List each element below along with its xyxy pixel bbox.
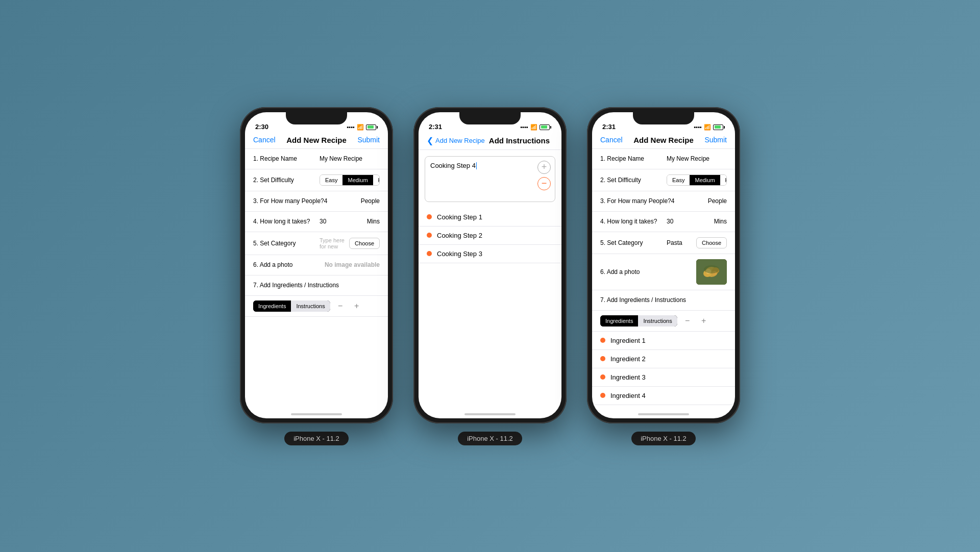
toggle-row-3: Ingredients Instructions − + (592, 311, 735, 332)
ingredients-header-row-3: 7. Add Ingredients / Instructions (592, 290, 735, 311)
people-label-3: 3. For How many People? (600, 197, 671, 205)
instr-screen-title: Add Instructions (489, 136, 550, 145)
difficulty-group-1: Easy Medium Hard (320, 174, 380, 186)
choose-btn-1[interactable]: Choose (349, 238, 380, 249)
notch-2 (459, 112, 521, 124)
no-image-text: No image available (325, 261, 380, 268)
phone-label-3: iPhone X - 11.2 (631, 432, 696, 445)
people-unit-3: People (708, 197, 727, 205)
difficulty-group-3: Easy Medium Hard (667, 174, 727, 186)
minus-btn-3[interactable]: − (681, 315, 694, 327)
recipe-name-label: 1. Recipe Name (253, 155, 320, 162)
nav-bar-3: Cancel Add New Recipe Submit (592, 134, 735, 149)
recipe-name-row-3: 1. Recipe Name My New Recipe (592, 149, 735, 169)
phone2-screen: 2:31 ▪▪▪▪ 📶 ❮ Add New Recipe Add Instruc… (419, 112, 561, 418)
photo-thumb-img (696, 259, 727, 285)
nav-title-1: Add New Recipe (286, 136, 347, 144)
status-bar-1: 2:30 ▪▪▪▪ 📶 (245, 112, 388, 134)
category-value-3: Pasta (667, 239, 696, 246)
difficulty-row: 2. Set Difficulty Easy Medium Hard (245, 169, 388, 191)
cancel-button-3[interactable]: Cancel (600, 136, 623, 144)
step-dot-1 (427, 214, 432, 219)
medium-btn-1[interactable]: Medium (342, 175, 373, 185)
recipe-name-value: My New Recipe (320, 155, 380, 162)
phone3-content: 1. Recipe Name My New Recipe 2. Set Diff… (592, 149, 735, 407)
choose-btn-3[interactable]: Choose (696, 237, 727, 248)
step-dot-3 (427, 251, 432, 256)
people-value: 4 (324, 197, 359, 205)
ingredients-tab-1[interactable]: Ingredients (253, 300, 291, 312)
text-input-value: Cooking Step 4 (430, 162, 476, 169)
time-value-3: 30 (667, 218, 712, 225)
step-text-1: Cooking Step 1 (437, 213, 482, 221)
photo-label-3: 6. Add a photo (600, 268, 667, 275)
status-bar-3: 2:31 ▪▪▪▪ 📶 (592, 112, 735, 134)
time-unit-3: Mins (714, 218, 727, 225)
wifi-icon-1: 📶 (357, 124, 364, 131)
step-item-1: Cooking Step 1 (419, 208, 561, 227)
time-3: 2:31 (602, 123, 616, 131)
signal-icon-2: ▪▪▪▪ (520, 124, 528, 130)
category-input-1[interactable]: Type here for new (320, 237, 349, 249)
ingredient-dot-4 (600, 393, 605, 398)
category-label: 5. Set Category (253, 240, 320, 247)
status-icons-1: ▪▪▪▪ 📶 (347, 124, 378, 131)
submit-button-3[interactable]: Submit (704, 136, 727, 144)
people-row-3: 3. For How many People? 4 People (592, 191, 735, 212)
battery-icon-1 (366, 124, 378, 130)
home-indicator-1 (245, 407, 388, 418)
signal-icon-3: ▪▪▪▪ (694, 124, 702, 130)
battery-icon-2 (540, 124, 551, 130)
easy-btn-1[interactable]: Easy (320, 175, 342, 185)
people-value-3: 4 (671, 197, 706, 205)
notch-1 (286, 112, 347, 124)
add-step-btn[interactable]: + (537, 161, 551, 174)
phone3-shell: 2:31 ▪▪▪▪ 📶 Cancel Add New Recipe Submit (587, 107, 740, 423)
recipe-name-row: 1. Recipe Name My New Recipe (245, 149, 388, 169)
phone1-shell: 2:30 ▪▪▪▪ 📶 Cancel Add New Recipe Submit (240, 107, 393, 423)
toggle-row-1: Ingredients Instructions − + (245, 296, 388, 317)
plus-btn-3[interactable]: + (698, 315, 710, 327)
ingredient-dot-3 (600, 374, 605, 380)
ingredient-item-1: Ingredient 1 (592, 332, 735, 350)
easy-btn-3[interactable]: Easy (667, 175, 690, 185)
ingredients-tab-3[interactable]: Ingredients (600, 315, 638, 327)
ingredient-text-4: Ingredient 4 (610, 392, 646, 399)
home-indicator-3 (592, 407, 735, 418)
time-value: 30 (320, 218, 365, 225)
ingredient-text-2: Ingredient 2 (610, 355, 646, 363)
text-input-area[interactable]: Cooking Step 4 + − (425, 156, 555, 202)
photo-row: 6. Add a photo No image available (245, 255, 388, 275)
phone2-shell: 2:31 ▪▪▪▪ 📶 ❮ Add New Recipe Add Instruc… (413, 107, 567, 423)
time-row: 4. How long it takes? 30 Mins (245, 212, 388, 232)
nav-title-3: Add New Recipe (633, 136, 694, 144)
time-label: 4. How long it takes? (253, 218, 320, 225)
ingredient-item-4: Ingredient 4 (592, 387, 735, 405)
nav-bar-1: Cancel Add New Recipe Submit (245, 134, 388, 149)
back-label[interactable]: Add New Recipe (435, 137, 485, 144)
wifi-icon-3: 📶 (704, 124, 711, 131)
cancel-button-1[interactable]: Cancel (253, 136, 276, 144)
plus-btn-1[interactable]: + (351, 300, 363, 312)
medium-btn-3[interactable]: Medium (690, 175, 720, 185)
phone3-wrapper: 2:31 ▪▪▪▪ 📶 Cancel Add New Recipe Submit (587, 107, 740, 445)
difficulty-label: 2. Set Difficulty (253, 177, 320, 184)
photo-thumb[interactable] (696, 259, 727, 285)
people-label: 3. For How many People? (253, 197, 324, 205)
time-2: 2:31 (429, 123, 442, 131)
phone1-wrapper: 2:30 ▪▪▪▪ 📶 Cancel Add New Recipe Submit (240, 107, 393, 445)
people-unit: People (361, 197, 380, 205)
ingredient-item-3: Ingredient 3 (592, 368, 735, 387)
submit-button-1[interactable]: Submit (357, 136, 380, 144)
phone-label-1: iPhone X - 11.2 (284, 432, 349, 445)
people-row: 3. For How many People? 4 People (245, 191, 388, 212)
minus-btn-1[interactable]: − (334, 300, 347, 312)
back-arrow[interactable]: ❮ (427, 136, 433, 145)
instr-nav: ❮ Add New Recipe Add Instructions (419, 134, 561, 150)
category-label-3: 5. Set Category (600, 239, 667, 246)
instructions-tab-3[interactable]: Instructions (638, 315, 677, 327)
hard-btn-3[interactable]: Hard (720, 175, 727, 185)
instructions-tab-1[interactable]: Instructions (291, 300, 330, 312)
hard-btn-1[interactable]: Hard (373, 175, 380, 185)
remove-step-btn[interactable]: − (537, 177, 551, 190)
